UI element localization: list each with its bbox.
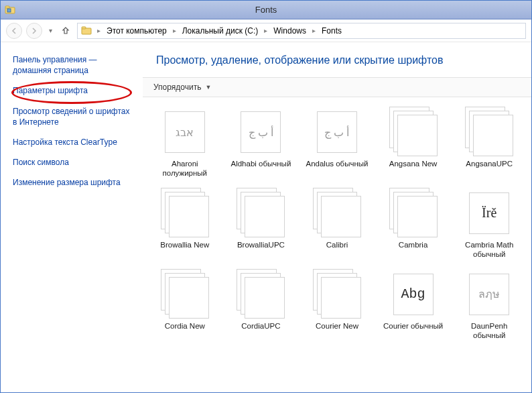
font-label: AngsanaUPC (466, 159, 513, 168)
font-item[interactable]: กคฎCordia New (149, 268, 220, 345)
sidebar-link-cleartype[interactable]: Настройка текста ClearType (13, 137, 136, 148)
font-item[interactable]: أ ب جAndalus обычный (302, 105, 373, 182)
window-title: Fonts (21, 5, 527, 15)
font-label: Cambria Math обычный (456, 240, 523, 260)
breadcrumb-item[interactable]: Fonts (319, 25, 344, 37)
sidebar: Панель управления — домашняя страница Па… (1, 42, 143, 392)
font-sample-text: ลฦษ (478, 286, 500, 302)
chevron-right-icon: ▸ (173, 27, 176, 34)
font-item[interactable]: AbgCourier обычный (378, 268, 449, 345)
font-label: CordiaUPC (241, 321, 280, 331)
explorer-window: Fonts ▾ ▸ Этот компьютер ▸ Локальный дис… (0, 0, 532, 393)
font-item[interactable]: กคฎBrowalliaUPC (226, 186, 297, 264)
font-item[interactable]: ลฦษDaunPenh обычный (454, 268, 525, 345)
font-sample-text: Abg (401, 286, 425, 302)
font-item[interactable]: АбфCambria (378, 186, 449, 264)
chevron-right-icon: ▸ (312, 27, 316, 34)
page-heading: Просмотр, удаление, отображение или скры… (143, 42, 531, 70)
breadcrumb-item[interactable]: Локальный диск (C:) (180, 25, 261, 37)
chevron-right-icon: ▸ (264, 27, 267, 34)
chevron-down-icon: ▼ (205, 84, 211, 91)
font-label: DaunPenh обычный (456, 321, 523, 341)
font-item[interactable]: אבגAharoni полужирный (149, 105, 220, 182)
font-thumbnail: กคฎ (389, 108, 438, 156)
font-thumbnail: กคฎ (161, 189, 209, 237)
font-thumbnail: กคฎ (161, 270, 209, 319)
sidebar-link-font-info-web[interactable]: Просмотр сведений о шрифтах в Интернете (13, 106, 136, 127)
font-sample-text: أ ب ج (324, 126, 349, 139)
navbar: ▾ ▸ Этот компьютер ▸ Локальный диск (C:)… (1, 19, 531, 42)
font-thumbnail: กคฎ (237, 270, 285, 319)
font-item[interactable]: ÏrěCambria Math обычный (454, 186, 525, 264)
sidebar-link-font-size[interactable]: Изменение размера шрифта (13, 177, 136, 188)
sidebar-link-char-map[interactable]: Поиск символа (13, 157, 136, 168)
font-thumbnail: กคฎ (465, 108, 513, 156)
content-area: Панель управления — домашняя страница Па… (1, 42, 531, 392)
back-button[interactable] (6, 23, 22, 39)
font-item[interactable]: กคฎCordiaUPC (226, 268, 297, 345)
font-thumbnail: Абф (313, 270, 361, 319)
font-thumbnail: أ ب ج (237, 108, 285, 156)
font-thumbnail: กคฎ (237, 189, 285, 237)
font-sample-text: אבג (176, 126, 194, 139)
font-label: BrowalliaUPC (237, 240, 285, 249)
organize-button[interactable]: Упорядочить ▼ (149, 81, 215, 93)
font-item[interactable]: กคฎAngsana New (378, 105, 449, 182)
font-thumbnail: Ïrě (465, 189, 513, 237)
toolbar: Упорядочить ▼ (143, 77, 531, 97)
font-item[interactable]: أ ب جAldhabi обычный (226, 105, 297, 182)
chevron-right-icon: ▸ (97, 27, 101, 34)
folder-icon (80, 25, 92, 37)
font-item[interactable]: АбфCourier New (302, 268, 373, 345)
font-label: Calibri (326, 240, 348, 249)
font-label: Courier New (316, 321, 358, 331)
font-thumbnail: Abg (389, 270, 438, 319)
sidebar-link-font-settings[interactable]: Параметры шрифта (13, 85, 136, 96)
organize-label: Упорядочить (153, 82, 201, 92)
font-label: Aharoni полужирный (151, 159, 218, 178)
titlebar[interactable]: Fonts (1, 1, 531, 19)
sidebar-link-home[interactable]: Панель управления — домашняя страница (13, 54, 136, 76)
font-label: Andalus обычный (306, 159, 368, 168)
font-item[interactable]: АбфCalibri (302, 186, 373, 264)
font-label: Aldhabi обычный (230, 159, 291, 168)
forward-button[interactable] (26, 23, 42, 39)
font-label: Cambria (399, 240, 427, 249)
up-button[interactable] (58, 23, 73, 38)
font-thumbnail: אבג (161, 108, 209, 156)
font-sample-text: أ ب ج (249, 126, 273, 139)
font-thumbnail: Абф (389, 189, 438, 237)
font-label: Angsana New (389, 159, 438, 168)
font-grid[interactable]: אבגAharoni полужирныйأ ب جAldhabi обычны… (143, 97, 531, 392)
font-item[interactable]: กคฎBrowallia New (149, 186, 220, 264)
main-pane: Просмотр, удаление, отображение или скры… (143, 42, 531, 392)
breadcrumb-item[interactable]: Windows (271, 25, 309, 37)
svg-rect-2 (7, 9, 11, 12)
font-thumbnail: Абф (313, 189, 361, 237)
font-sample-text: Ïrě (482, 205, 496, 221)
history-dropdown-icon[interactable]: ▾ (46, 27, 54, 34)
svg-rect-4 (82, 27, 86, 29)
font-thumbnail: أ ب ج (313, 108, 361, 156)
breadcrumb-item[interactable]: Этот компьютер (104, 25, 170, 37)
font-label: Browallia New (160, 240, 209, 249)
font-item[interactable]: กคฎAngsanaUPC (454, 105, 525, 182)
font-label: Cordia New (165, 321, 205, 331)
breadcrumb[interactable]: ▸ Этот компьютер ▸ Локальный диск (C:) ▸… (77, 23, 526, 39)
svg-rect-1 (5, 6, 9, 8)
folder-icon (5, 5, 15, 15)
font-label: Courier обычный (383, 321, 443, 331)
font-thumbnail: ลฦษ (465, 270, 513, 319)
